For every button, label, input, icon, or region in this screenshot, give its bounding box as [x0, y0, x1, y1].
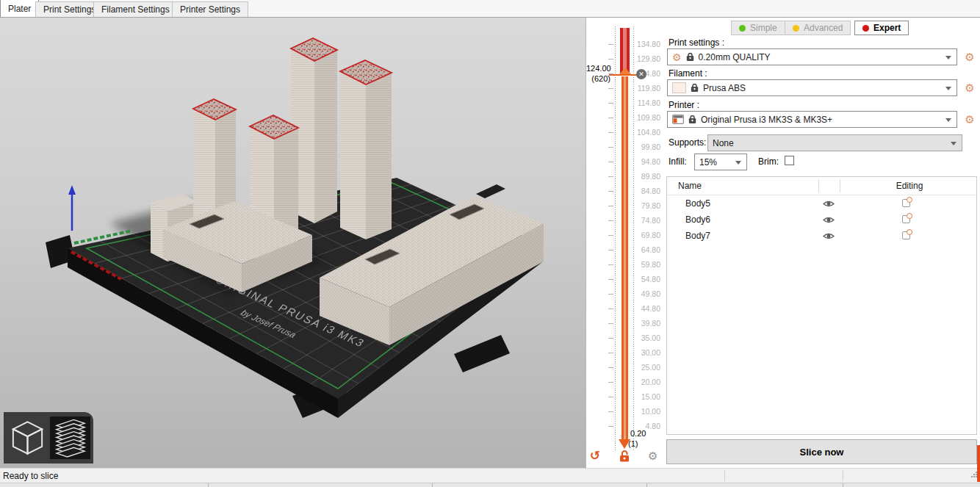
- print-settings-combo[interactable]: ⚙ 0.20mm QUALITY: [667, 48, 957, 65]
- layer-tick-dash: [608, 426, 613, 427]
- visibility-eye-icon[interactable]: [823, 200, 835, 208]
- revert-icon[interactable]: ↺: [590, 448, 600, 463]
- edit-object-icon[interactable]: [902, 215, 910, 223]
- edit-dot: [907, 197, 912, 203]
- tab-filament-settings[interactable]: Filament Settings: [93, 1, 178, 17]
- mode-simple-button[interactable]: Simple: [731, 21, 785, 35]
- lock-icon: [686, 52, 694, 62]
- layer-tick-dash: [608, 162, 613, 162]
- printer-icon: [672, 115, 684, 124]
- edit-object-icon[interactable]: [902, 231, 910, 239]
- mode-expert-dot: [862, 25, 869, 32]
- mode-advanced-label: Advanced: [804, 23, 843, 33]
- view-mode-switcher: [4, 412, 93, 463]
- visibility-eye-icon[interactable]: [823, 232, 835, 240]
- layer-tick-dash: [608, 323, 613, 324]
- mode-simple-label: Simple: [750, 23, 777, 33]
- print-settings-value: 0.20mm QUALITY: [699, 52, 771, 62]
- strip-divider: [208, 483, 209, 487]
- edit-dot: [907, 229, 912, 235]
- layer-tick-label: 20.00: [628, 378, 660, 386]
- supports-dropdown[interactable]: None: [707, 134, 962, 151]
- object-list: Name Editing Body5Body6Body7: [666, 176, 977, 435]
- tab-printer-settings[interactable]: Printer Settings: [172, 1, 248, 17]
- edit-printer-gear-icon[interactable]: ⚙: [962, 112, 977, 127]
- infill-label: Infill:: [669, 156, 687, 167]
- settings-panel: Simple Advanced Expert Print settings : …: [665, 18, 980, 468]
- infill-dropdown[interactable]: 15%: [694, 154, 747, 170]
- print-settings-label: Print settings :: [669, 37, 724, 48]
- layer-tick-label: 30.00: [628, 348, 660, 357]
- layer-tick-dash: [608, 147, 613, 148]
- object-row[interactable]: Body5: [667, 195, 976, 212]
- remove-tick-button[interactable]: ✕: [636, 69, 646, 79]
- brim-checkbox[interactable]: [785, 156, 794, 165]
- layer-tick-label: 89.80: [628, 172, 660, 181]
- object-row[interactable]: Body7: [667, 228, 976, 244]
- object-tower-3[interactable]: [340, 60, 392, 239]
- status-separator: [724, 470, 725, 481]
- layer-tick-dash: [608, 264, 613, 265]
- status-separator: [843, 470, 843, 481]
- slice-now-button[interactable]: Slice now: [666, 439, 977, 464]
- layer-tick-label: 114.80: [628, 98, 660, 107]
- layers-icon: [50, 416, 90, 459]
- layer-tick-dash: [608, 279, 613, 280]
- gear-icon: ⚙: [672, 52, 682, 62]
- visibility-eye-icon[interactable]: [823, 216, 835, 224]
- layer-tick-dash: [608, 382, 613, 383]
- mode-expert-label: Expert: [873, 23, 901, 33]
- prusaslicer-window: Plater Print Settings Filament Settings …: [0, 0, 980, 487]
- layer-tick-label: 15.00: [628, 392, 660, 401]
- mode-advanced-button[interactable]: Advanced: [785, 21, 851, 35]
- 3d-scene: ORIGINAL PRUSA i3 MK3 by Josef Prusa: [0, 18, 586, 468]
- mode-advanced-dot: [793, 25, 799, 32]
- layer-tick-label: 134.80: [628, 40, 660, 48]
- lock-icon: [688, 115, 696, 124]
- object-list-header: Name Editing: [667, 177, 976, 195]
- object-name: Body7: [685, 231, 710, 241]
- layer-tick-label: 79.80: [628, 201, 660, 210]
- bottom-height-label: 0.20: [630, 429, 646, 438]
- slider-settings-gear-icon[interactable]: ⚙: [648, 450, 657, 463]
- status-text: Ready to slice: [3, 471, 58, 481]
- printer-combo[interactable]: Original Prusa i3 MK3S & MK3S+: [667, 111, 957, 128]
- chevron-down-icon: [945, 87, 951, 90]
- layer-tick-label: 64.80: [628, 245, 660, 254]
- filament-label: Filament :: [669, 68, 707, 79]
- current-layer-label: 124.00 (620): [586, 63, 610, 84]
- tab-plater[interactable]: Plater: [0, 0, 39, 17]
- unlock-icon[interactable]: [619, 450, 630, 462]
- object-row[interactable]: Body6: [667, 212, 976, 228]
- edit-filament-gear-icon[interactable]: ⚙: [962, 81, 977, 95]
- edit-dot: [907, 213, 912, 219]
- layers-view-button[interactable]: [50, 416, 90, 459]
- filament-value: Prusa ABS: [703, 83, 746, 93]
- infill-value: 15%: [699, 157, 717, 167]
- chevron-down-icon: [951, 142, 956, 145]
- layer-tick-dash: [608, 367, 613, 368]
- layer-tick-dash: [608, 411, 613, 412]
- layer-tick-label: 10.00: [628, 407, 660, 416]
- layer-tick-label: 49.80: [628, 289, 660, 298]
- mode-expert-button[interactable]: Expert: [854, 21, 909, 35]
- layer-tick-label: 104.80: [628, 128, 660, 137]
- layer-tick-dash: [608, 235, 613, 236]
- slider-handle[interactable]: [619, 68, 631, 74]
- layer-tick-label: 54.80: [628, 275, 660, 284]
- window-edge-highlight: [977, 445, 980, 482]
- supports-label: Supports:: [669, 137, 706, 148]
- slider-range-lower[interactable]: [621, 76, 628, 439]
- layer-tick-label: 44.80: [628, 304, 660, 313]
- layer-tick-dash: [608, 44, 613, 45]
- object-name: Body5: [685, 198, 710, 209]
- layer-tick-dash: [608, 88, 613, 89]
- layer-tick-dash: [608, 220, 613, 221]
- layer-tick-label: 25.00: [628, 363, 660, 372]
- 3d-view-button[interactable]: [7, 416, 48, 459]
- filament-combo[interactable]: Prusa ABS: [667, 79, 957, 96]
- edit-object-icon[interactable]: [902, 199, 910, 207]
- edit-print-settings-gear-icon[interactable]: ⚙: [962, 50, 977, 65]
- printer-label: Printer :: [669, 100, 699, 110]
- 3d-viewport[interactable]: ORIGINAL PRUSA i3 MK3 by Josef Prusa: [0, 18, 586, 468]
